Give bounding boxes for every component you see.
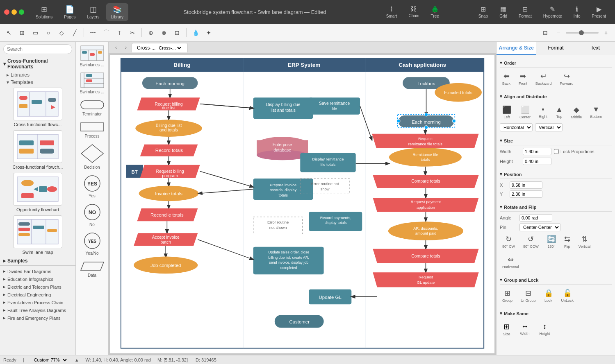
horizontal-dropdown[interactable]: Horizontal — [500, 123, 533, 131]
magic-tool[interactable]: ✦ — [203, 27, 214, 38]
minimize-btn[interactable] — [11, 9, 17, 15]
layers-btn[interactable]: ◫ Layers — [82, 3, 105, 21]
fire-emergency-item[interactable]: ▸ Fire and Emergency Plans — [0, 314, 75, 322]
shape-no[interactable]: NO No — [80, 203, 105, 227]
text-tool[interactable]: T — [114, 27, 125, 38]
present-btn[interactable]: ▶ Present — [587, 4, 611, 20]
smart-btn[interactable]: ⌇ Smart — [381, 4, 402, 20]
shape-yesno[interactable]: YES Yes/No — [80, 232, 105, 255]
fault-tree-item[interactable]: ▸ Fault Tree Analysis Diagrams — [0, 306, 75, 314]
rotate-header[interactable]: ▾ Rotate and Flip — [500, 203, 612, 212]
pages-btn[interactable]: 📄 Pages — [59, 3, 80, 21]
align-center-btn[interactable]: ⬜ Center — [517, 104, 533, 121]
cross-functional-header[interactable]: ▾ Cross-Functional Flowcharts — [0, 57, 75, 71]
shape-yes[interactable]: YES Yes — [80, 174, 105, 198]
select-tool[interactable]: ↖ — [3, 27, 15, 38]
position-header[interactable]: ▾ Position — [500, 170, 612, 179]
tab-format[interactable]: Format — [536, 42, 575, 55]
make-same-header[interactable]: ▾ Make Same — [500, 309, 612, 318]
samples-header[interactable]: ▸ Samples — [0, 256, 75, 265]
arc-tool[interactable]: ⌒ — [100, 27, 112, 38]
align-middle-btn[interactable]: ◆ Middle — [569, 104, 585, 121]
eyedropper-tool[interactable]: 💧 — [190, 27, 201, 38]
cut-tool[interactable]: ✂ — [127, 27, 138, 38]
canvas-prev-btn[interactable]: ‹ — [112, 43, 120, 52]
lock-checkbox[interactable] — [554, 149, 559, 154]
vertical-dropdown[interactable]: Vertical — [535, 123, 563, 131]
group-btn[interactable]: ⊞ Group — [500, 287, 515, 304]
canvas-tab[interactable]: Cross-... Cross-... — [132, 43, 188, 52]
education-item[interactable]: ▸ Education Infographics — [0, 275, 75, 283]
zoom-select[interactable]: Custom 77% — [31, 356, 68, 364]
shape-swimlanes2[interactable]: Swimlanes ... — [80, 72, 105, 94]
point-tool[interactable]: ⊗ — [158, 27, 170, 38]
zoom-fit-btn[interactable]: ⊟ — [540, 27, 551, 38]
group-header[interactable]: ▾ Group and Lock — [500, 276, 612, 285]
x-input[interactable] — [510, 181, 542, 189]
flip-h-btn[interactable]: ⇔ Horizontal — [500, 253, 522, 271]
shape-swimlanes1[interactable]: Swimlanes ... — [80, 45, 105, 67]
align-right-btn[interactable]: ▪ Right — [536, 104, 550, 121]
lock-btn[interactable]: 🔒 Lock — [542, 287, 556, 304]
search-input[interactable] — [3, 44, 72, 54]
ungroup-btn[interactable]: ⊟ UnGroup — [518, 287, 538, 304]
library-btn[interactable]: 📚 Library — [106, 3, 129, 21]
make-same-size-btn[interactable]: ⊞ Size — [500, 321, 514, 338]
angle-input[interactable] — [519, 214, 552, 222]
size-header[interactable]: ▾ Size — [500, 136, 612, 145]
make-same-height-btn[interactable]: ↕ Height — [536, 321, 554, 338]
grid-btn[interactable]: ▦ Grid — [494, 4, 512, 20]
event-driven-item[interactable]: ▸ Event-driven Process Chain — [0, 298, 75, 306]
snap-btn[interactable]: ⊞ Snap — [474, 4, 493, 20]
template-card-cf4[interactable]: Swim lane map — [3, 215, 72, 255]
align-bottom-btn[interactable]: ▼ Bottom — [588, 104, 604, 121]
crop-tool[interactable]: ⊟ — [171, 27, 183, 38]
tab-arrange-size[interactable]: Arrange & Size — [497, 42, 536, 55]
diamond-tool[interactable]: ◇ — [56, 27, 67, 38]
canvas-next-btn[interactable]: › — [122, 43, 130, 52]
y-input[interactable] — [510, 190, 542, 198]
rotate-180-btn[interactable]: 🔄 180° — [544, 233, 558, 250]
order-header[interactable]: ▾ Order — [500, 59, 612, 68]
rect-tool[interactable]: ▭ — [30, 27, 41, 38]
solutions-btn[interactable]: ⊞ Solutions — [31, 3, 57, 21]
shape-terminator[interactable]: Terminator — [80, 99, 105, 116]
height-input[interactable] — [523, 158, 551, 165]
forward-btn[interactable]: ↪ Forward — [558, 70, 576, 87]
tree-btn[interactable]: 🌲 Tree — [426, 4, 444, 20]
connect-tool[interactable]: ⊕ — [145, 27, 157, 38]
shape-decision[interactable]: Decision — [80, 143, 105, 170]
rotate-90ccw-btn[interactable]: ↺ 90° CCW — [521, 233, 541, 250]
templates-item[interactable]: ▾ Templates — [0, 79, 75, 86]
rotate-90cw-btn[interactable]: ↻ 90° CW — [500, 233, 517, 250]
shape-process[interactable]: Process — [80, 121, 105, 138]
tab-text[interactable]: Text — [576, 42, 615, 55]
line-tool[interactable]: ╱ — [69, 27, 80, 38]
back-btn[interactable]: ⬅ Back — [500, 70, 513, 87]
flip-btn[interactable]: ⇆ Flip — [562, 233, 573, 250]
divided-bar-item[interactable]: ▸ Divided Bar Diagrams — [0, 267, 75, 275]
electrical-item[interactable]: ▸ Electrical Engineering — [0, 291, 75, 298]
oval-tool[interactable]: ○ — [43, 27, 54, 38]
hypernote-btn[interactable]: ✎ Hypernote — [538, 4, 567, 20]
pin-dropdown[interactable]: Center-Center — [519, 223, 560, 231]
template-card-cf2[interactable]: Cross-functional flowch... — [3, 130, 72, 170]
width-input[interactable] — [523, 148, 551, 155]
front-btn[interactable]: ➡ Front — [516, 70, 530, 87]
align-left-btn[interactable]: ⬛ Left — [500, 104, 514, 121]
libraries-item[interactable]: ▸ Libraries — [0, 71, 75, 79]
template-card-cf1[interactable]: Cross-functional flowc... — [3, 88, 72, 127]
maximize-btn[interactable] — [19, 9, 24, 15]
make-same-width-btn[interactable]: ↔ Width — [517, 321, 533, 338]
pen-tool[interactable]: 〰 — [87, 27, 99, 38]
align-header[interactable]: ▾ Align and Distribute — [500, 92, 612, 101]
zoom-out-btn[interactable]: − — [553, 27, 564, 38]
canvas-tab-select[interactable]: Cross-... — [157, 45, 182, 51]
zoom-up-btn[interactable]: ▲ — [75, 357, 79, 362]
align-top-btn[interactable]: ▲ Top — [553, 104, 565, 121]
flip-v-btn[interactable]: ⇅ Vertical — [576, 233, 593, 250]
canvas-content[interactable]: Billing ERP System Cash applications Eac… — [110, 55, 494, 353]
close-btn[interactable] — [4, 9, 9, 15]
unlock-btn[interactable]: 🔓 UnLock — [559, 287, 576, 304]
format-btn[interactable]: ⊟ Format — [514, 4, 537, 20]
